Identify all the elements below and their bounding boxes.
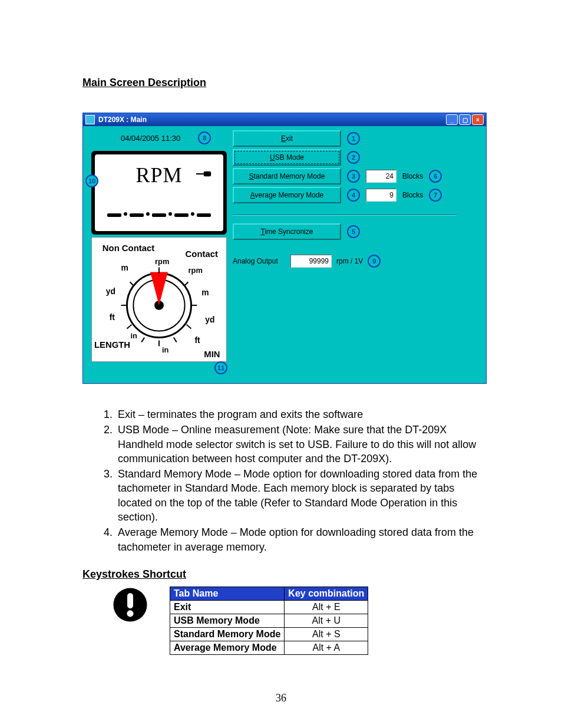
usb-mode-button[interactable]: USB Mode [233,149,341,166]
mode-dial[interactable]: Non Contact Contact rpm rpm m m yd yd ft… [91,237,227,362]
callout-1: 1 [347,132,360,145]
svg-line-10 [174,337,177,342]
standard-memory-button[interactable]: Standard Memory Mode [233,168,341,185]
time-sync-button[interactable]: Time Syncronize [233,223,341,240]
divider [233,215,457,216]
close-button[interactable]: × [472,114,484,125]
dial-ft-left: ft [110,312,115,322]
callout-5: 5 [347,225,360,238]
svg-rect-17 [127,593,133,608]
list-item: Average Memory Mode – Mode option for do… [115,525,485,554]
average-memory-button[interactable]: Average Memory Mode [233,187,341,203]
table-row: Exit Alt + E [170,600,368,614]
table-row: Average Memory Mode Alt + A [170,641,368,654]
lcd-segments [95,213,223,217]
callout-2: 2 [347,151,360,164]
description-list: Exit – terminates the program and exits … [82,407,485,554]
minimize-button[interactable]: _ [446,114,458,125]
dial-in-bottom: in [162,345,169,354]
dial-rpm-right: rpm [189,266,203,275]
standard-blocks-field[interactable]: 24 [366,170,396,183]
callout-10: 10 [85,174,98,187]
blocks-label-2: Blocks [402,191,423,199]
dial-contact: Contact [186,249,218,259]
th-key-combo: Key combination [285,587,368,600]
lcd-display: RPM [91,151,227,235]
heading-shortcut: Keystrokes Shortcut [82,568,485,581]
shortcut-table: Tab Name Key combination Exit Alt + E US… [170,587,368,655]
titlebar: DT209X : Main _ ▢ × [83,113,486,126]
dial-length: LENGTH [94,340,130,350]
callout-4: 4 [347,189,360,202]
callout-6: 6 [429,170,442,183]
app-icon [85,115,95,124]
dial-yd-right: yd [205,315,214,324]
average-blocks-field[interactable]: 9 [366,189,396,202]
callout-8: 8 [198,131,211,144]
table-row: USB Memory Mode Alt + U [170,614,368,627]
analog-output-label: Analog Output [233,257,286,265]
callout-11: 11 [214,361,227,374]
dial-m-right: m [201,288,209,297]
dial-in-left: in [130,331,137,340]
dial-yd-left: yd [106,286,115,296]
warning-icon [112,587,148,623]
svg-point-18 [127,610,133,617]
datetime: 04/04/2005 11:30 [121,134,180,143]
dial-noncontact: Non Contact [103,243,154,253]
list-item: Exit – terminates the program and exits … [115,407,485,421]
heading-main: Main Screen Description [82,77,485,89]
maximize-button[interactable]: ▢ [459,114,471,125]
svg-line-15 [130,282,134,286]
page-number: 36 [0,692,562,704]
callout-3: 3 [347,170,360,183]
exit-button[interactable]: Exit [233,130,341,147]
analog-output-unit: rpm / 1V [336,257,363,265]
svg-line-12 [141,337,144,342]
app-window: DT209X : Main _ ▢ × 04/04/2005 11:30 8 1… [82,113,487,384]
svg-line-9 [187,325,191,329]
blocks-label-1: Blocks [402,172,423,180]
list-item: Standard Memory Mode – Mode option for d… [115,467,485,524]
th-tab-name: Tab Name [170,587,285,600]
list-item: USB Mode – Online measurement (Note: Mak… [115,423,485,466]
analog-output-field[interactable]: 99999 [290,255,332,268]
table-row: Standard Memory Mode Alt + S [170,627,368,641]
connector-icon [196,170,213,178]
dial-min: MIN [204,350,220,359]
dial-ft-right: ft [194,335,200,345]
svg-rect-1 [204,172,211,176]
window-title: DT209X : Main [98,116,147,124]
svg-line-13 [127,325,131,329]
svg-line-7 [184,282,189,286]
dial-m-left: m [121,263,128,272]
callout-9: 9 [368,255,381,268]
callout-7: 7 [429,189,442,202]
dial-rpm-top: rpm [155,257,169,266]
